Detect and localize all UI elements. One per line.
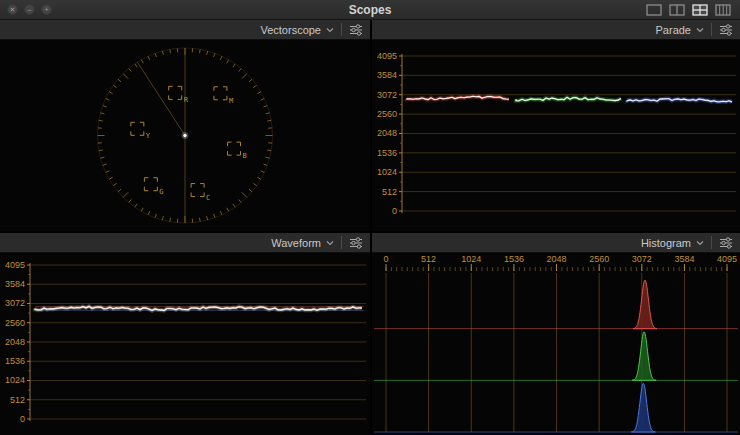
svg-text:4095: 4095 bbox=[377, 51, 397, 61]
svg-text:2560: 2560 bbox=[5, 318, 25, 328]
svg-text:2560: 2560 bbox=[377, 109, 397, 119]
scopes-window: ✕ – + Scopes bbox=[0, 0, 740, 435]
panel-waveform: Waveform 40953584307225 bbox=[0, 233, 370, 435]
panel-title: Histogram bbox=[641, 237, 691, 249]
svg-text:G: G bbox=[159, 188, 163, 196]
svg-text:1024: 1024 bbox=[461, 254, 481, 264]
zoom-button[interactable]: + bbox=[41, 4, 52, 15]
parade-selector[interactable]: Parade bbox=[656, 24, 704, 36]
svg-text:3072: 3072 bbox=[5, 298, 25, 308]
single-view-icon bbox=[646, 4, 662, 16]
settings-sliders-icon bbox=[349, 24, 363, 36]
svg-text:2560: 2560 bbox=[589, 254, 609, 264]
svg-text:Y: Y bbox=[146, 132, 151, 140]
svg-text:1536: 1536 bbox=[377, 148, 397, 158]
svg-text:3072: 3072 bbox=[632, 254, 652, 264]
svg-text:512: 512 bbox=[382, 187, 397, 197]
chevron-down-icon bbox=[326, 240, 334, 246]
histogram-selector[interactable]: Histogram bbox=[641, 237, 704, 249]
header-divider bbox=[341, 23, 342, 36]
panel-title: Parade bbox=[656, 24, 691, 36]
layout-buttons bbox=[646, 4, 740, 16]
header-divider bbox=[711, 236, 712, 249]
vectorscope-header: Vectorscope bbox=[0, 20, 370, 40]
svg-text:1536: 1536 bbox=[504, 254, 524, 264]
svg-text:C: C bbox=[206, 194, 210, 202]
svg-text:2048: 2048 bbox=[5, 337, 25, 347]
svg-text:3584: 3584 bbox=[377, 70, 397, 80]
svg-text:B: B bbox=[243, 152, 247, 160]
histogram-display: 05121024153620482560307235844095 bbox=[372, 253, 740, 435]
two-up-icon bbox=[669, 4, 685, 16]
svg-text:1536: 1536 bbox=[5, 356, 25, 366]
panel-vectorscope: Vectorscope RMBCGY bbox=[0, 20, 370, 231]
svg-text:4095: 4095 bbox=[5, 260, 25, 270]
window-title: Scopes bbox=[0, 3, 740, 17]
panel-parade: Parade 4095358430722560 bbox=[372, 20, 740, 231]
layout-single-view-button[interactable] bbox=[646, 4, 662, 16]
svg-text:M: M bbox=[229, 97, 233, 105]
parade-header: Parade bbox=[372, 20, 740, 40]
scopes-grid: Vectorscope RMBCGY bbox=[0, 20, 740, 435]
window-titlebar: ✕ – + Scopes bbox=[0, 0, 740, 20]
panel-title: Vectorscope bbox=[260, 24, 321, 36]
svg-text:3584: 3584 bbox=[5, 279, 25, 289]
four-up-icon bbox=[715, 4, 731, 16]
svg-text:R: R bbox=[184, 96, 189, 104]
close-button[interactable]: ✕ bbox=[7, 4, 18, 15]
waveform-selector[interactable]: Waveform bbox=[271, 237, 334, 249]
histogram-settings-button[interactable] bbox=[719, 237, 733, 249]
chevron-down-icon bbox=[696, 27, 704, 33]
svg-text:0: 0 bbox=[383, 254, 388, 264]
svg-text:3584: 3584 bbox=[674, 254, 694, 264]
layout-four-up-button[interactable] bbox=[715, 4, 731, 16]
vectorscope-display: RMBCGY bbox=[0, 40, 370, 231]
minimize-button[interactable]: – bbox=[24, 4, 35, 15]
parade-display: 40953584307225602048153610245120 bbox=[372, 40, 740, 231]
window-controls: ✕ – + bbox=[0, 4, 52, 15]
histogram-graph: 05121024153620482560307235844095 bbox=[372, 253, 740, 435]
settings-sliders-icon bbox=[349, 237, 363, 249]
panel-histogram: Histogram 0512102415362 bbox=[372, 233, 740, 435]
grid-2x2-icon bbox=[692, 4, 708, 16]
parade-settings-button[interactable] bbox=[719, 24, 733, 36]
svg-text:2048: 2048 bbox=[547, 254, 567, 264]
vectorscope-selector[interactable]: Vectorscope bbox=[260, 24, 334, 36]
header-divider bbox=[341, 236, 342, 249]
waveform-header: Waveform bbox=[0, 233, 370, 253]
panel-title: Waveform bbox=[271, 237, 321, 249]
layout-two-up-button[interactable] bbox=[669, 4, 685, 16]
svg-text:4095: 4095 bbox=[717, 254, 737, 264]
svg-text:3072: 3072 bbox=[377, 90, 397, 100]
waveform-graph: 40953584307225602048153610245120 bbox=[0, 253, 370, 435]
vectorscope-settings-button[interactable] bbox=[349, 24, 363, 36]
svg-text:512: 512 bbox=[421, 254, 436, 264]
layout-grid-2x2-button[interactable] bbox=[692, 4, 708, 16]
svg-text:2048: 2048 bbox=[377, 128, 397, 138]
chevron-down-icon bbox=[696, 240, 704, 246]
chevron-down-icon bbox=[326, 27, 334, 33]
histogram-header: Histogram bbox=[372, 233, 740, 253]
svg-text:0: 0 bbox=[392, 206, 397, 216]
svg-text:1024: 1024 bbox=[5, 375, 25, 385]
settings-sliders-icon bbox=[719, 24, 733, 36]
parade-graph: 40953584307225602048153610245120 bbox=[372, 40, 740, 231]
settings-sliders-icon bbox=[719, 237, 733, 249]
svg-text:512: 512 bbox=[10, 395, 25, 405]
svg-text:0: 0 bbox=[20, 414, 25, 424]
waveform-display: 40953584307225602048153610245120 bbox=[0, 253, 370, 435]
waveform-settings-button[interactable] bbox=[349, 237, 363, 249]
svg-text:1024: 1024 bbox=[377, 167, 397, 177]
vectorscope-graph: RMBCGY bbox=[0, 40, 370, 231]
header-divider bbox=[711, 23, 712, 36]
